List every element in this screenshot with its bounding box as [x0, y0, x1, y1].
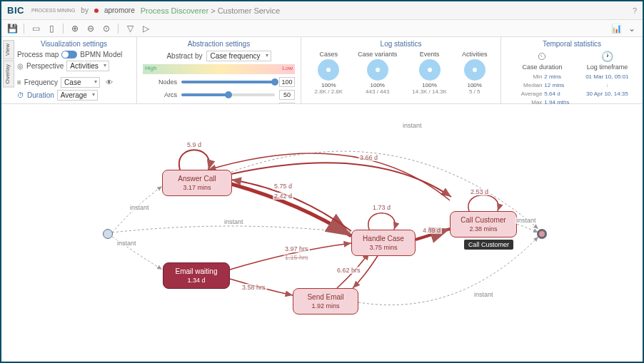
node-send-email[interactable]: Send Email 1.92 mins	[293, 288, 358, 315]
help-icon[interactable]: ?	[633, 6, 637, 15]
edge-358h: 3.58 hrs	[241, 284, 267, 291]
node-answer-call[interactable]: Answer Call 3.17 mins	[162, 170, 232, 196]
log-col-activities[interactable]: Activities 100% 5 / 5	[462, 51, 488, 95]
vis-title: Visualization settings	[17, 40, 131, 48]
frequency-dropdown[interactable]: Case	[61, 77, 100, 88]
zoom-out-icon[interactable]: ⊖	[84, 22, 97, 35]
perspective-icon: ◎	[17, 62, 24, 70]
edge-489d: 4.89 d	[421, 227, 442, 234]
visualization-panel: View Overlay Visualization settings Proc…	[1, 37, 137, 103]
duration-label: Duration	[27, 91, 54, 99]
edge-253d: 2.53 d	[469, 188, 490, 195]
arcs-label: Arcs	[143, 91, 177, 98]
cases-cnt: 2.8K / 2.8K	[315, 88, 343, 95]
handle-case-value: 3.75 mins	[355, 244, 412, 251]
cases-title: Cases	[315, 51, 343, 58]
process-graph-canvas[interactable]: Answer Call 3.17 mins Email waiting 1.34…	[1, 104, 643, 361]
filter-icon[interactable]: ▽	[124, 22, 136, 35]
edge-115h: 1.15 hrs	[283, 254, 310, 261]
med-v: 12 mins	[544, 82, 564, 88]
process-map-label: Process map	[17, 51, 59, 58]
edge-59d: 5.9 d	[186, 141, 203, 148]
play-icon[interactable]: ▷	[139, 22, 152, 35]
temp-title: Temporal statistics	[507, 40, 637, 48]
avg-k: Average	[515, 90, 542, 98]
zoom-in-icon[interactable]: ⊕	[69, 22, 81, 35]
breadcrumb-app[interactable]: Process Discoverer	[141, 6, 208, 15]
log-title: Log statistics	[307, 40, 495, 48]
nodes-slider[interactable]	[181, 81, 275, 83]
bpmn-model-label: BPMN Model	[80, 51, 122, 58]
events-title: Events	[412, 51, 446, 58]
duration-dropdown[interactable]: Average	[57, 90, 98, 101]
edge-397h: 3.97 hrs	[283, 245, 310, 252]
edge-instant-2: instant	[116, 240, 138, 247]
edge-instant-right: instant	[515, 217, 538, 224]
answer-call-title: Answer Call	[166, 175, 228, 183]
end-node[interactable]	[537, 229, 547, 239]
layout-icon-1[interactable]: ▭	[29, 22, 42, 35]
save-icon[interactable]: 💾	[6, 22, 19, 35]
chart-icon[interactable]: 📊	[610, 22, 623, 35]
case-duration-col: ⏲ Case duration Min2 mins Median12 mins …	[515, 51, 569, 107]
by-label: by	[81, 6, 89, 14]
vendor-name: apromore	[104, 6, 135, 14]
abstract-by-dropdown[interactable]: Case frequency	[206, 51, 271, 61]
edge-173d: 1.73 d	[371, 204, 392, 211]
node-call-customer[interactable]: Call Customer 2.38 mins	[450, 211, 517, 237]
log-stats-panel: Log statistics Cases 100% 2.8K / 2.8K Ca…	[301, 37, 501, 103]
perspective-dropdown[interactable]: Activities	[66, 61, 109, 71]
log-col-events[interactable]: Events 100% 14.3K / 14.3K	[412, 51, 446, 95]
duration-icon: ⏱	[17, 91, 24, 99]
cases-donut	[318, 59, 339, 81]
arrow-down-icon: ↓	[585, 81, 628, 90]
call-customer-title: Call Customer	[453, 216, 513, 224]
breadcrumb-current: Customer Service	[218, 6, 280, 15]
log-col-cases[interactable]: Cases 100% 2.8K / 2.8K	[315, 51, 343, 95]
variants-title: Case variants	[358, 51, 397, 58]
frequency-icon: ≡	[17, 78, 21, 86]
duration-meter-icon: ⏲	[515, 51, 569, 62]
min-v: 2 mins	[544, 73, 561, 80]
tf-start: 01 Mar 10, 05:01	[585, 73, 628, 81]
temporal-panel: Temporal statistics ⏲ Case duration Min2…	[501, 37, 643, 103]
node-email-waiting[interactable]: Email waiting 1.34 d	[163, 262, 230, 289]
eye-off-icon[interactable]: 👁	[106, 78, 113, 86]
tab-view[interactable]: View	[3, 40, 14, 59]
arcs-value[interactable]: 50	[279, 90, 295, 100]
app-header: BIC PROCESS MINING by apromore Process D…	[1, 1, 643, 20]
start-node[interactable]	[103, 229, 113, 239]
logo-bic: BIC	[7, 5, 24, 16]
abstraction-panel: Abstraction settings Abstract by Case fr…	[137, 37, 301, 103]
breadcrumb: Process Discoverer > Customer Service	[141, 6, 280, 15]
nodes-value[interactable]: 100	[279, 77, 295, 87]
layout-icon-2[interactable]: ▯	[45, 22, 58, 35]
activities-title: Activities	[462, 51, 488, 58]
abstraction-gradient: High Low	[143, 64, 295, 74]
gradient-high: High	[145, 65, 156, 71]
tab-overlay[interactable]: Overlay	[3, 61, 14, 88]
abs-title: Abstraction settings	[143, 40, 295, 48]
node-tooltip: Call Customer	[464, 240, 513, 250]
nodes-label: Nodes	[143, 78, 177, 86]
node-handle-case[interactable]: Handle Case 3.75 mins	[351, 230, 416, 256]
activities-cnt: 5 / 5	[462, 88, 488, 95]
gradient-low: Low	[282, 65, 293, 71]
edge-instant-bottom: instant	[473, 291, 495, 298]
chevron-down-icon[interactable]: ⌄	[625, 22, 638, 35]
timeframe-col: 🕐 Log timeframe 01 Mar 10, 05:01 ↓ 30 Ap…	[585, 51, 628, 107]
log-col-variants[interactable]: Case variants 100% 443 / 443	[358, 51, 397, 95]
email-waiting-value: 1.34 d	[166, 277, 226, 284]
events-pct: 100%	[412, 82, 446, 88]
clock-icon: 🕐	[585, 51, 628, 62]
edge-366d: 3.66 d	[358, 154, 379, 161]
activities-donut	[464, 59, 485, 81]
arcs-slider[interactable]	[181, 93, 275, 96]
min-k: Min	[515, 73, 542, 81]
edge-575d: 5.75 d	[273, 183, 293, 190]
send-email-title: Send Email	[296, 293, 355, 301]
fit-icon[interactable]: ⊙	[100, 22, 113, 35]
map-model-toggle[interactable]	[61, 51, 77, 58]
activities-pct: 100%	[462, 82, 488, 88]
logo-sub: PROCESS MINING	[31, 8, 75, 13]
